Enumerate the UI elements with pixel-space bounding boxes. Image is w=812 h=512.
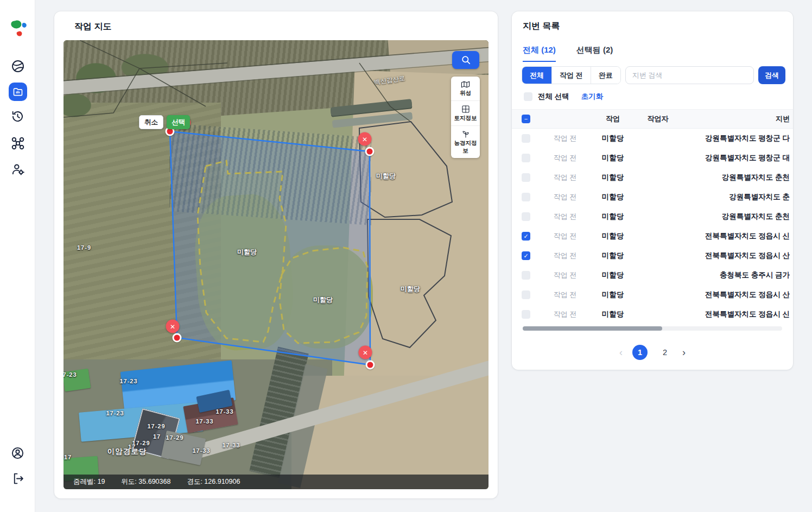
longitude: 경도: 126.910906 [187,477,240,486]
row-checkbox[interactable] [522,212,530,221]
delete-vertex-icon[interactable]: ✕ [358,132,372,146]
select-all-label: 전체 선택 [538,92,569,102]
row-checkbox[interactable] [522,173,530,182]
zoom-level: 줌레벨: 19 [73,477,105,486]
delete-vertex-icon[interactable]: ✕ [359,346,372,359]
user-circle-icon [11,446,24,460]
select-all-checkbox[interactable] [524,92,532,101]
row-assignee: 미할당 [588,212,638,222]
row-checkbox[interactable] [522,271,530,280]
work-map-card: 작업 지도 [54,11,498,498]
sidebar-item-account[interactable] [0,446,35,460]
sidebar-item-work-map[interactable] [0,83,35,101]
layer-toggle-satellite[interactable]: 위성 [451,77,480,101]
row-checkbox[interactable]: ✓ [522,251,530,260]
table-row: 작업 전미할당강원특별자치도 춘천 [512,207,793,226]
map-fold-icon [461,80,470,89]
table-row: 작업 전미할당전북특별자치도 정읍시 산 [512,285,793,305]
parcel-search-input[interactable] [625,66,754,84]
row-assignee: 미할당 [588,153,638,163]
globe-icon [11,59,25,73]
row-status: 작업 전 [542,153,588,163]
map-status-bar: 줌레벨: 19 위도: 35.690368 경도: 126.910906 [64,475,489,489]
page-button-2[interactable]: 2 [657,345,673,360]
reset-link[interactable]: 초기화 [581,92,604,102]
row-assignee: 미할당 [588,251,638,261]
tab-selected[interactable]: 선택됨 (2) [576,45,613,62]
sidebar-item-drone[interactable] [0,136,35,150]
filter-done-button[interactable]: 완료 [591,67,620,84]
header-checkbox-indeterminate[interactable]: − [522,115,530,123]
sidebar-item-history[interactable] [0,110,35,123]
horizontal-scrollbar [523,326,782,331]
tab-all[interactable]: 전체 (12) [523,45,556,62]
delete-vertex-icon[interactable]: ✕ [166,320,180,333]
user-gear-icon [11,162,25,176]
sprout-icon [461,130,470,138]
sidebar-item-logout[interactable] [0,472,35,485]
row-checkbox[interactable] [522,134,530,143]
header-parcel: 지번 [678,114,790,124]
vertex-handle[interactable] [366,361,375,370]
row-address: 충청북도 충주시 금가 [678,270,790,280]
search-icon [461,55,471,65]
table-row: ✓작업 전미할당전북특별자치도 정읍시 신 [512,226,793,246]
row-assignee: 미할당 [588,173,638,182]
prev-page-icon[interactable]: ‹ [619,347,623,358]
parcel-table: − 작업 작업자 지번 작업 전미할당강원특별자치도 평창군 다작업 전미할당강… [512,109,793,324]
row-status: 작업 전 [542,212,588,222]
vertex-handle[interactable] [173,333,182,343]
parcel-table-body: 작업 전미할당강원특별자치도 평창군 다작업 전미할당강원특별자치도 평창군 대… [512,129,793,324]
vertex-handle[interactable] [365,147,375,156]
row-status: 작업 전 [542,192,588,202]
row-checkbox[interactable] [522,310,530,319]
sidebar-item-user-settings[interactable] [0,162,35,176]
row-checkbox[interactable] [522,193,530,201]
page-button-1[interactable]: 1 [632,345,648,360]
filter-row: 전체 작업 전 완료 검색 [522,66,785,84]
row-assignee: 미할당 [588,134,638,143]
row-address: 강원특별자치도 평창군 대 [678,153,790,163]
select-all-row: 전체 선택 초기화 [524,92,793,102]
row-address: 강원특별자치도 춘천 [678,173,790,182]
map-layer-panel: 위성 토지정보 농경지정보 [451,77,480,158]
map-card-title: 작업 지도 [74,21,489,33]
select-button[interactable]: 선택 [167,115,190,129]
cancel-button[interactable]: 취소 [139,115,163,129]
logo-icon [8,20,28,42]
parcel-tabs: 전체 (12) 선택됨 (2) [523,45,793,62]
table-row: 작업 전미할당충청북도 충주시 금가 [512,266,793,285]
app-logo [0,20,35,42]
active-nav-tile [9,83,27,101]
satellite-map[interactable]: 미할당미할당미할당미할당백산갑산로17-917-2317-2317-2317-2… [64,40,489,489]
drone-icon [11,136,25,150]
row-checkbox[interactable] [522,290,530,299]
row-assignee: 미할당 [588,270,638,280]
row-status: 작업 전 [542,309,588,319]
layer-toggle-land-info[interactable]: 토지정보 [451,101,480,126]
logout-icon [11,472,24,485]
parcel-search-button[interactable]: 검색 [758,66,785,84]
land-grid-icon [461,105,470,113]
scrollbar-thumb[interactable] [523,326,662,331]
status-filter-segment: 전체 작업 전 완료 [522,66,621,84]
polygon-action-tooltip: 취소 선택 [139,115,190,129]
filter-pending-button[interactable]: 작업 전 [552,67,591,84]
map-search-button[interactable] [452,51,479,69]
next-page-icon[interactable]: › [682,347,686,358]
row-checkbox[interactable] [522,154,530,162]
sidebar-item-globe[interactable] [0,59,35,73]
row-status: 작업 전 [542,251,588,261]
layer-label: 위성 [460,90,471,97]
layer-toggle-farmland-info[interactable]: 농경지정보 [451,126,480,158]
table-row: 작업 전미할당강원특별자치도 춘 [512,187,793,207]
row-status: 작업 전 [542,231,588,241]
row-address: 전북특별자치도 정읍시 신 [678,231,790,241]
parcel-list-card: 지번 목록 전체 (12) 선택됨 (2) 전체 작업 전 완료 검색 전체 선… [512,11,793,370]
filter-all-button[interactable]: 전체 [522,67,552,84]
row-address: 전북특별자치도 정읍시 산 [678,290,790,300]
row-status: 작업 전 [542,134,588,143]
row-checkbox[interactable]: ✓ [522,232,530,241]
row-assignee: 미할당 [588,290,638,300]
table-row: 작업 전미할당강원특별자치도 춘천 [512,168,793,187]
